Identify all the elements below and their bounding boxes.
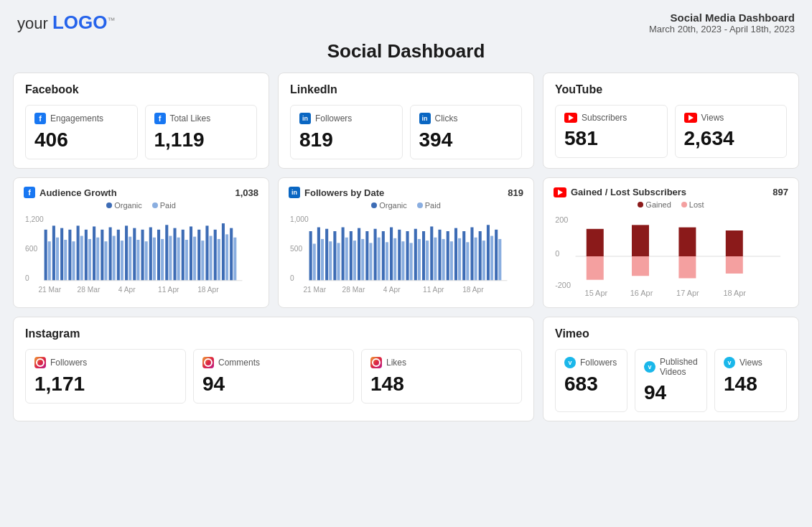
svg-rect-36 [177,238,180,281]
svg-rect-42 [201,241,204,281]
linkedin-chart-card: in Followers by Date 819 Organic Paid 1,… [278,177,534,308]
linkedin-followers-label: Followers [315,113,352,123]
svg-rect-65 [329,241,332,281]
youtube-subscribers-box: Subscribers 581 [555,105,668,158]
svg-rect-31 [157,230,160,281]
svg-text:21 Mar: 21 Mar [38,285,61,294]
facebook-chart-total: 1,038 [235,187,258,198]
youtube-subscribers-value: 581 [564,127,658,150]
svg-rect-100 [470,228,473,281]
svg-rect-62 [317,228,320,281]
youtube-views-value: 2,634 [684,127,778,150]
linkedin-chart-title: Followers by Date [304,187,384,198]
instagram-likes-label: Likes [386,358,406,368]
facebook-likes-label: Total Likes [170,113,211,123]
svg-rect-45 [214,230,217,281]
svg-rect-16 [96,238,99,281]
svg-text:0: 0 [290,273,294,281]
svg-rect-49 [230,228,233,281]
svg-rect-29 [149,228,152,281]
svg-text:28 Mar: 28 Mar [78,285,101,294]
vimeo-followers-box: v Followers 683 [555,349,627,412]
svg-rect-79 [386,242,388,280]
svg-rect-101 [475,238,477,281]
svg-rect-124 [726,230,743,256]
svg-rect-96 [454,228,457,281]
facebook-section-title: Facebook [25,83,257,96]
svg-rect-121 [632,256,649,276]
svg-text:200: 200 [555,215,568,224]
svg-rect-37 [182,230,185,281]
svg-rect-102 [479,231,482,281]
svg-rect-44 [210,236,213,281]
svg-rect-4 [48,241,51,281]
svg-text:-200: -200 [555,281,571,289]
linkedin-icon-2: in [419,113,431,124]
svg-rect-15 [93,226,95,280]
svg-rect-19 [109,228,112,281]
youtube-stats-card: YouTube Subscribers 581 Views 2,634 [543,73,799,169]
svg-rect-8 [64,240,67,281]
svg-rect-104 [487,225,490,280]
svg-text:500: 500 [290,244,302,253]
svg-rect-17 [101,230,103,281]
svg-text:11 Apr: 11 Apr [423,285,444,294]
facebook-chart-area: 1,200 600 0 [24,214,258,300]
linkedin-bar-chart: 1,000 500 0 [289,214,523,300]
svg-text:0: 0 [25,273,29,281]
instagram-comments-label: Comments [218,358,260,368]
linkedin-chart-legend: Organic Paid [289,201,523,210]
date-range: March 20th, 2023 - April 18th, 2023 [649,24,795,34]
svg-rect-6 [56,238,59,281]
svg-rect-48 [225,234,228,280]
instagram-section-title: Instagram [25,327,522,340]
svg-text:600: 600 [25,244,37,253]
svg-rect-84 [406,231,409,281]
facebook-likes-box: f Total Likes 1,119 [145,105,258,159]
linkedin-chart-icon: in [289,187,300,198]
svg-text:21 Mar: 21 Mar [303,285,326,294]
svg-rect-13 [85,230,88,281]
instagram-comments-value: 94 [202,373,345,396]
svg-rect-103 [482,241,485,281]
youtube-chart-total: 897 [773,187,788,197]
svg-rect-105 [490,236,493,281]
svg-rect-122 [678,228,696,256]
logo-bold: LOGO [52,11,108,33]
youtube-icon-2 [684,113,697,123]
svg-rect-76 [374,229,377,281]
linkedin-followers-value: 819 [299,129,393,151]
svg-text:18 Apr: 18 Apr [462,285,484,294]
linkedin-clicks-box: in Clicks 394 [410,105,523,159]
facebook-engagements-value: 406 [34,129,129,151]
svg-rect-32 [161,239,164,281]
svg-rect-82 [398,230,401,281]
youtube-chart-card: Gained / Lost Subscribers 897 Gained Los… [543,177,799,308]
svg-rect-7 [60,228,63,281]
svg-rect-98 [462,231,465,281]
svg-rect-60 [309,231,312,281]
youtube-chart-area: 200 0 -200 15 Apr 16 Apr [554,213,788,299]
svg-rect-72 [358,228,360,281]
facebook-chart-card: f Audience Growth 1,038 Organic Paid 1,2… [13,177,269,308]
svg-rect-95 [450,241,453,281]
svg-rect-91 [434,238,437,281]
svg-rect-64 [325,229,328,281]
svg-rect-12 [80,236,83,281]
facebook-chart-legend: Organic Paid [24,201,258,210]
linkedin-followers-box: in Followers 819 [290,105,403,159]
instagram-likes-box: Likes 148 [361,349,522,404]
svg-text:1,000: 1,000 [290,215,309,223]
svg-rect-25 [133,228,136,281]
svg-rect-30 [153,238,156,281]
header-info: Social Media Dashboard March 20th, 2023 … [649,11,795,34]
dashboard: Facebook f Engagements 406 f Total Likes… [0,73,812,434]
vimeo-videos-value: 94 [644,381,698,404]
svg-text:16 Apr: 16 Apr [630,289,653,297]
svg-rect-119 [587,256,604,280]
facebook-stats-card: Facebook f Engagements 406 f Total Likes… [13,73,269,169]
linkedin-stats-card: LinkedIn in Followers 819 in Clicks 394 [278,73,534,169]
facebook-engagements-label: Engagements [50,113,103,123]
svg-rect-63 [321,239,324,281]
instagram-followers-box: Followers 1,171 [25,349,186,404]
